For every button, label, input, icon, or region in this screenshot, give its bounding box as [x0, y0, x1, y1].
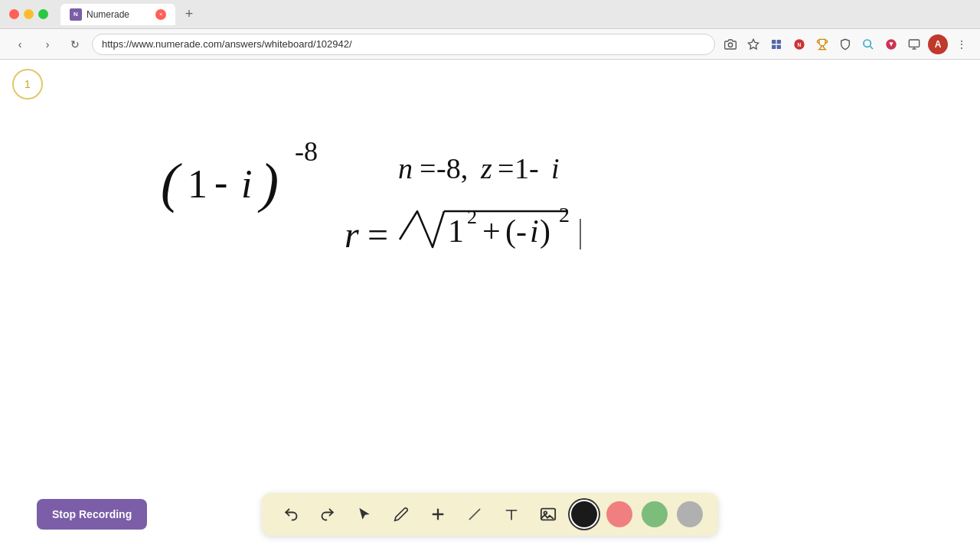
svg-text:2: 2 — [467, 206, 477, 228]
math-formula-svg: ( 1 - i ) -8 n = -8, z = 1- i — [153, 121, 842, 274]
page-indicator: 1 — [12, 69, 43, 99]
url-bar[interactable]: https://www.numerade.com/answers/whitebo… — [92, 34, 715, 55]
tab-favicon: N — [70, 8, 82, 21]
camera-icon[interactable] — [721, 35, 740, 54]
svg-rect-5 — [777, 44, 781, 48]
refresh-button[interactable]: ↻ — [64, 34, 86, 55]
minimize-button[interactable] — [24, 9, 34, 19]
svg-rect-10 — [909, 40, 919, 47]
drawing-toolbar — [262, 493, 718, 536]
svg-line-39 — [469, 509, 479, 519]
svg-text:N: N — [798, 41, 802, 47]
shield-icon[interactable] — [836, 35, 854, 54]
traffic-lights — [9, 9, 48, 19]
back-button[interactable]: ‹ — [9, 34, 31, 55]
page-number: 1 — [24, 78, 31, 90]
svg-text:(-: (- — [505, 214, 527, 249]
color-pink[interactable] — [606, 501, 632, 527]
svg-text:z: z — [480, 152, 492, 184]
svg-point-43 — [544, 511, 547, 514]
svg-text:+: + — [482, 214, 501, 249]
search-icon[interactable] — [859, 35, 877, 54]
svg-text:i: i — [241, 162, 252, 206]
new-tab-button[interactable]: + — [178, 4, 200, 25]
svg-text:n: n — [398, 152, 413, 184]
forward-button[interactable]: › — [37, 34, 58, 55]
svg-text:2: 2 — [559, 203, 570, 227]
svg-rect-4 — [772, 44, 776, 48]
svg-text:): ) — [540, 214, 550, 249]
svg-point-8 — [864, 40, 871, 47]
svg-point-0 — [728, 43, 732, 47]
color-gray[interactable] — [677, 501, 703, 527]
address-bar: ‹ › ↻ https://www.numerade.com/answers/w… — [0, 29, 980, 60]
svg-text:r: r — [345, 214, 359, 255]
svg-text:1-: 1- — [514, 152, 539, 184]
svg-line-9 — [870, 46, 873, 49]
svg-text:1: 1 — [448, 214, 464, 249]
text-tool-button[interactable] — [498, 500, 525, 528]
star-icon[interactable] — [744, 35, 763, 54]
svg-rect-2 — [772, 40, 776, 44]
color-black[interactable] — [571, 501, 597, 527]
vivaldi-icon[interactable] — [882, 35, 900, 54]
browser-toolbar-icons: N A ⋮ — [721, 34, 971, 54]
svg-marker-1 — [748, 39, 758, 49]
menu-icon[interactable]: ⋮ — [952, 35, 971, 54]
svg-text:1: 1 — [188, 162, 207, 206]
active-tab[interactable]: N Numerade × — [60, 4, 175, 25]
title-bar: N Numerade × + — [0, 0, 980, 29]
window-icon[interactable] — [905, 35, 923, 54]
svg-text:(: ( — [161, 152, 182, 214]
trophy-icon[interactable] — [813, 35, 831, 54]
color-green[interactable] — [642, 501, 668, 527]
svg-text:=: = — [498, 152, 514, 184]
svg-rect-3 — [777, 40, 781, 44]
image-tool-button[interactable] — [534, 500, 562, 528]
tab-label: Numerade — [87, 9, 129, 20]
extensions-icon[interactable] — [767, 35, 786, 54]
math-content-area: ( 1 - i ) -8 n = -8, z = 1- i — [153, 121, 903, 277]
svg-text:i: i — [551, 152, 560, 184]
svg-text:-8,: -8, — [436, 152, 468, 184]
undo-button[interactable] — [277, 500, 305, 528]
svg-text:i: i — [530, 214, 539, 249]
maximize-button[interactable] — [38, 9, 48, 19]
eraser-tool-button[interactable] — [461, 500, 488, 528]
tab-close-button[interactable]: × — [155, 9, 166, 20]
pen-tool-button[interactable] — [387, 500, 415, 528]
page-content: 1 ( 1 - i ) -8 n = -8, z — [0, 60, 980, 551]
cursor-tool-button[interactable] — [351, 500, 378, 528]
browser-window: N Numerade × + ‹ › ↻ https://www.numerad… — [0, 0, 980, 551]
svg-text:): ) — [257, 152, 279, 214]
svg-text:=: = — [420, 152, 436, 184]
redo-button[interactable] — [314, 500, 341, 528]
svg-text:-: - — [214, 161, 227, 204]
svg-text:-8: -8 — [295, 136, 318, 167]
close-button[interactable] — [9, 9, 19, 19]
stop-recording-button[interactable]: Stop Recording — [37, 499, 147, 530]
add-tool-button[interactable] — [424, 500, 452, 528]
profile-icon[interactable]: A — [928, 34, 948, 54]
numerade-ext-icon[interactable]: N — [790, 35, 808, 54]
svg-text:=: = — [368, 214, 388, 255]
tab-bar: N Numerade × + — [60, 4, 971, 25]
